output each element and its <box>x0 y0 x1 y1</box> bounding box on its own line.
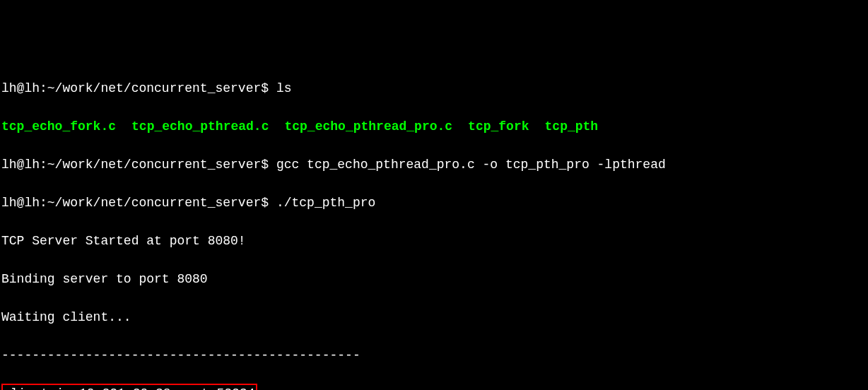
output-waiting: Waiting client... <box>1 308 867 327</box>
output-started: TCP Server Started at port 8080! <box>1 232 867 251</box>
ls-output: tcp_echo_fork.ctcp_echo_pthread.ctcp_ech… <box>1 117 867 136</box>
file-tcp-echo-pthread-pro: tcp_echo_pthread_pro.c <box>284 119 452 134</box>
prompt-path: lh@lh:~/work/net/concurrent_server$ <box>1 196 276 210</box>
client-info-1-row: client ip=10.221.20.38,port=52234 <box>1 384 867 390</box>
file-tcp-fork: tcp_fork <box>468 119 529 134</box>
file-tcp-echo-fork: tcp_echo_fork.c <box>1 119 116 134</box>
file-tcp-pth: tcp_pth <box>545 119 599 134</box>
prompt-line-3[interactable]: lh@lh:~/work/net/concurrent_server$ ./tc… <box>1 194 867 213</box>
output-binding: Binding server to port 8080 <box>1 270 867 289</box>
file-tcp-echo-pthread: tcp_echo_pthread.c <box>131 119 269 134</box>
prompt-line-2[interactable]: lh@lh:~/work/net/concurrent_server$ gcc … <box>1 155 867 175</box>
command-run: ./tcp_pth_pro <box>276 196 375 210</box>
prompt-path: lh@lh:~/work/net/concurrent_server$ <box>1 158 276 172</box>
prompt-path: lh@lh:~/work/net/concurrent_server$ <box>1 81 276 95</box>
command-ls: ls <box>276 81 292 95</box>
output-separator: ----------------------------------------… <box>1 346 867 365</box>
client-info-1: client ip=10.221.20.38,port=52234 <box>1 384 257 390</box>
prompt-line-1[interactable]: lh@lh:~/work/net/concurrent_server$ ls <box>1 79 867 98</box>
command-gcc: gcc tcp_echo_pthread_pro.c -o tcp_pth_pr… <box>276 158 666 172</box>
